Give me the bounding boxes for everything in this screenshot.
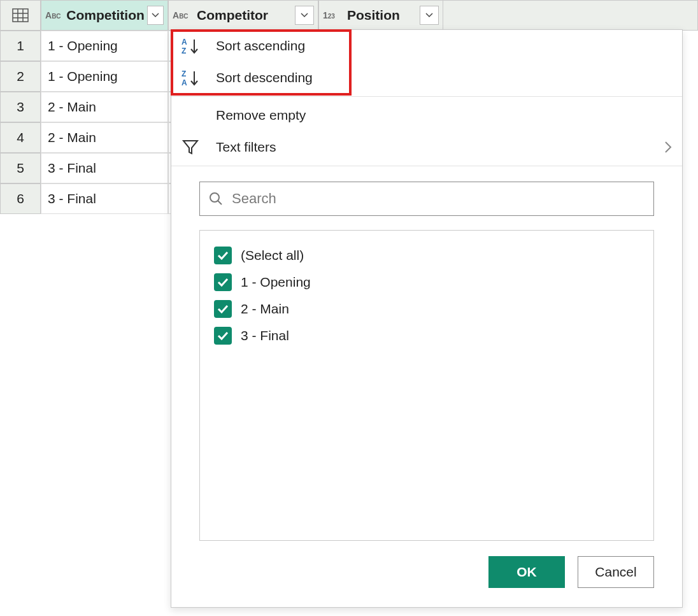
menu-label: Sort descending bbox=[216, 70, 672, 85]
column-label: Competition bbox=[64, 8, 144, 23]
sort-descending-icon: ZA bbox=[182, 69, 204, 87]
number-type-icon: 123 bbox=[323, 10, 345, 20]
filter-value-item[interactable]: (Select all) bbox=[214, 242, 639, 269]
text-type-icon: ABC bbox=[45, 10, 64, 20]
checkbox-checked-icon[interactable] bbox=[214, 247, 232, 264]
svg-line-12 bbox=[218, 201, 222, 204]
filter-value-item[interactable]: 1 - Opening bbox=[214, 269, 639, 296]
cell-competition[interactable]: 2 - Main bbox=[41, 122, 168, 153]
column-label: Position bbox=[345, 8, 417, 23]
cancel-button[interactable]: Cancel bbox=[578, 556, 654, 588]
text-filters-item[interactable]: Text filters bbox=[171, 131, 682, 163]
table-corner[interactable] bbox=[0, 0, 41, 31]
cell-competition[interactable]: 1 - Opening bbox=[41, 61, 168, 92]
cell-competition[interactable]: 1 - Opening bbox=[41, 31, 168, 61]
cell-competition[interactable]: 2 - Main bbox=[41, 92, 168, 122]
filter-value-label: 3 - Final bbox=[241, 328, 289, 343]
table-icon bbox=[12, 8, 29, 22]
filter-value-item[interactable]: 3 - Final bbox=[214, 322, 639, 349]
text-type-icon: ABC bbox=[173, 10, 194, 20]
filter-value-item[interactable]: 2 - Main bbox=[214, 296, 639, 322]
column-filter-panel: AZ Sort ascending ZA Sort descending Rem… bbox=[171, 29, 683, 608]
separator bbox=[171, 96, 682, 97]
filter-value-label: (Select all) bbox=[241, 248, 304, 263]
column-header-competitor[interactable]: ABC Competitor bbox=[168, 0, 318, 31]
checkbox-checked-icon[interactable] bbox=[214, 327, 232, 345]
separator bbox=[171, 166, 682, 166]
menu-label: Text filters bbox=[216, 140, 653, 155]
row-number[interactable]: 5 bbox=[0, 153, 41, 183]
checkbox-checked-icon[interactable] bbox=[214, 300, 232, 318]
row-number[interactable]: 4 bbox=[0, 122, 41, 153]
filter-dropdown-button[interactable] bbox=[420, 6, 439, 25]
column-header-position[interactable]: 123 Position bbox=[318, 0, 443, 31]
svg-text:Z: Z bbox=[182, 47, 186, 55]
column-label: Competitor bbox=[194, 8, 292, 23]
svg-text:A: A bbox=[182, 78, 187, 87]
svg-point-11 bbox=[210, 193, 219, 202]
filter-value-label: 1 - Opening bbox=[241, 275, 311, 290]
cell-competition[interactable]: 3 - Final bbox=[41, 183, 168, 214]
svg-text:A: A bbox=[182, 38, 187, 47]
chevron-down-icon bbox=[425, 13, 433, 18]
menu-label: Sort ascending bbox=[216, 38, 672, 54]
chevron-down-icon bbox=[152, 13, 159, 18]
search-input-wrap[interactable] bbox=[199, 182, 654, 216]
ok-button[interactable]: OK bbox=[488, 556, 565, 588]
svg-rect-0 bbox=[13, 9, 28, 22]
column-header-competition[interactable]: ABC Competition bbox=[41, 0, 168, 31]
chevron-right-icon bbox=[664, 141, 672, 154]
search-input[interactable] bbox=[231, 190, 645, 208]
filter-dropdown-button[interactable] bbox=[295, 6, 314, 25]
chevron-down-icon bbox=[301, 13, 308, 18]
row-number[interactable]: 6 bbox=[0, 183, 41, 214]
menu-label: Remove empty bbox=[216, 108, 672, 123]
sort-ascending-icon: AZ bbox=[182, 37, 204, 55]
row-number[interactable]: 2 bbox=[0, 61, 41, 92]
row-number[interactable]: 3 bbox=[0, 92, 41, 122]
search-icon bbox=[209, 192, 223, 206]
checkbox-checked-icon[interactable] bbox=[214, 273, 232, 291]
sort-descending-item[interactable]: ZA Sort descending bbox=[171, 62, 682, 94]
sort-ascending-item[interactable]: AZ Sort ascending bbox=[171, 30, 682, 62]
svg-text:Z: Z bbox=[182, 69, 186, 78]
filter-values-list: (Select all)1 - Opening2 - Main3 - Final bbox=[199, 230, 654, 541]
remove-empty-item[interactable]: Remove empty bbox=[171, 99, 682, 131]
filter-value-label: 2 - Main bbox=[241, 301, 289, 317]
column-header-empty bbox=[443, 0, 698, 31]
filter-dropdown-button[interactable] bbox=[147, 6, 164, 25]
row-number[interactable]: 1 bbox=[0, 31, 41, 61]
filter-icon bbox=[182, 139, 204, 155]
cell-competition[interactable]: 3 - Final bbox=[41, 153, 168, 183]
